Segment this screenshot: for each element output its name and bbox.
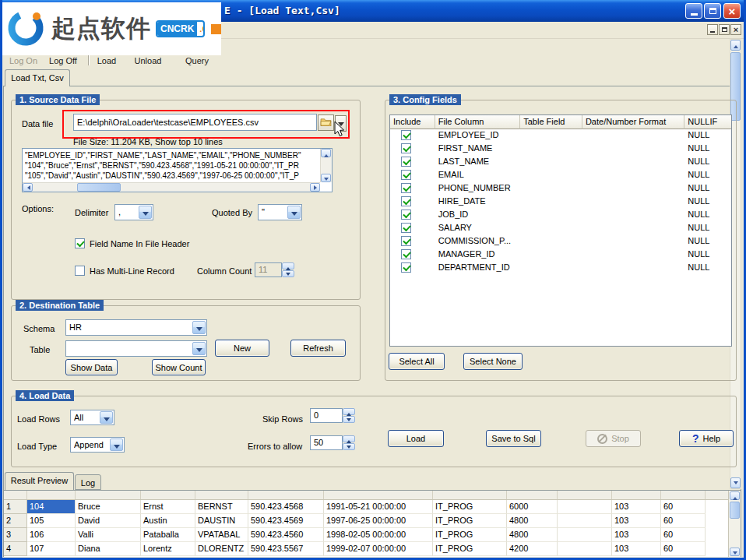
- nullif-cell[interactable]: NULL: [684, 235, 731, 248]
- grid-cell[interactable]: 103: [612, 542, 661, 556]
- column-header-nullif[interactable]: NULLIF: [684, 115, 731, 129]
- skip-rows-value[interactable]: 0: [310, 408, 343, 423]
- column-count-spinner[interactable]: 11: [255, 262, 294, 277]
- table-field-cell[interactable]: [520, 195, 582, 209]
- grid-cell[interactable]: 103: [612, 500, 661, 514]
- table-combo[interactable]: [65, 340, 207, 357]
- grid-cell[interactable]: 590.423.4569: [248, 514, 324, 528]
- grid-cell[interactable]: 106: [27, 528, 76, 542]
- scroll-down-button[interactable]: [730, 477, 741, 488]
- scroll-up-button[interactable]: [730, 491, 740, 500]
- scroll-down-button[interactable]: [730, 548, 740, 556]
- multiline-checkbox[interactable]: [75, 266, 85, 276]
- include-checkbox-cell[interactable]: [390, 169, 435, 182]
- grid-cell[interactable]: Ernst: [141, 500, 195, 514]
- table-field-cell[interactable]: [520, 235, 582, 248]
- include-checkbox-cell[interactable]: [390, 235, 435, 248]
- spin-down-button[interactable]: [282, 270, 294, 277]
- preview-horizontal-scrollbar[interactable]: [23, 182, 320, 192]
- include-checkbox[interactable]: [401, 170, 411, 180]
- tab-log[interactable]: Log: [75, 474, 101, 490]
- file-column-cell[interactable]: HIRE_DATE: [435, 195, 521, 209]
- nullif-cell[interactable]: NULL: [684, 262, 731, 275]
- format-cell[interactable]: [582, 235, 684, 248]
- include-checkbox-cell[interactable]: [390, 129, 435, 143]
- select-all-button[interactable]: Select All: [389, 353, 445, 370]
- row-number-cell[interactable]: 1: [4, 500, 27, 514]
- scroll-down-button[interactable]: [321, 174, 331, 182]
- spin-up-button[interactable]: [343, 435, 355, 442]
- scroll-right-button[interactable]: [310, 183, 320, 192]
- errors-to-allow-spinner[interactable]: 50: [310, 435, 355, 450]
- column-header-table-field[interactable]: Table Field: [520, 115, 582, 129]
- table-field-cell[interactable]: [520, 248, 582, 262]
- grid-cell[interactable]: 60: [661, 528, 706, 542]
- table-field-cell[interactable]: [520, 129, 582, 143]
- child-close-button[interactable]: [730, 24, 741, 35]
- column-header-file-column[interactable]: File Column: [435, 115, 521, 129]
- file-column-cell[interactable]: SALARY: [435, 222, 521, 235]
- include-checkbox[interactable]: [401, 249, 411, 259]
- table-field-cell[interactable]: [520, 143, 582, 156]
- grid-cell[interactable]: 590.423.4560: [248, 528, 324, 542]
- include-checkbox[interactable]: [401, 196, 411, 206]
- grid-cell[interactable]: 4200: [507, 542, 558, 556]
- nullif-cell[interactable]: NULL: [684, 129, 731, 143]
- table-field-cell[interactable]: [520, 182, 582, 195]
- table-field-cell[interactable]: [520, 169, 582, 182]
- scroll-left-button[interactable]: [23, 183, 33, 192]
- format-cell[interactable]: [582, 248, 684, 262]
- grid-cell[interactable]: 6000: [507, 500, 558, 514]
- child-restore-button[interactable]: [719, 24, 730, 35]
- spin-down-button[interactable]: [343, 443, 355, 450]
- select-none-button[interactable]: Select None: [463, 353, 523, 370]
- save-to-sql-button[interactable]: Save to Sql: [486, 430, 541, 447]
- chevron-down-icon[interactable]: [287, 206, 301, 219]
- nullif-cell[interactable]: NULL: [684, 222, 731, 235]
- grid-cell[interactable]: IT_PROG: [433, 542, 507, 556]
- grid-cell[interactable]: 103: [612, 528, 661, 542]
- grid-cell[interactable]: IT_PROG: [433, 500, 507, 514]
- include-checkbox-cell[interactable]: [390, 209, 435, 222]
- table-field-cell[interactable]: [520, 222, 582, 235]
- grid-cell[interactable]: VPATABAL: [195, 528, 248, 542]
- file-column-cell[interactable]: EMPLOYEE_ID: [435, 129, 521, 143]
- include-checkbox[interactable]: [401, 210, 411, 220]
- quoted-by-combo[interactable]: ": [258, 204, 302, 220]
- format-cell[interactable]: [582, 129, 684, 143]
- include-checkbox-cell[interactable]: [390, 143, 435, 156]
- format-cell[interactable]: [582, 262, 684, 275]
- field-name-checkbox[interactable]: [75, 238, 85, 248]
- schema-combo[interactable]: HR: [65, 319, 207, 336]
- row-number-cell[interactable]: 2: [4, 514, 27, 528]
- row-number-cell[interactable]: 4: [4, 542, 27, 556]
- scroll-up-button[interactable]: [321, 149, 331, 157]
- grid-cell[interactable]: 60: [661, 542, 706, 556]
- grid-cell[interactable]: [558, 500, 612, 514]
- grid-cell[interactable]: DAUSTIN: [195, 514, 248, 528]
- include-checkbox-cell[interactable]: [390, 262, 435, 275]
- help-button[interactable]: Help: [679, 430, 734, 447]
- include-checkbox[interactable]: [401, 262, 411, 273]
- minimize-button[interactable]: [685, 3, 702, 19]
- table-field-cell[interactable]: [520, 262, 582, 275]
- grid-cell[interactable]: 60: [661, 514, 706, 528]
- grid-cell[interactable]: Diana: [76, 542, 141, 556]
- include-checkbox[interactable]: [401, 183, 411, 193]
- spin-up-button[interactable]: [343, 408, 355, 415]
- file-column-cell[interactable]: EMAIL: [435, 169, 521, 182]
- include-checkbox-cell[interactable]: [390, 195, 435, 209]
- grid-cell[interactable]: 4800: [507, 514, 558, 528]
- load-rows-combo[interactable]: All: [70, 410, 114, 425]
- format-cell[interactable]: [582, 195, 684, 209]
- file-column-cell[interactable]: DEPARTMENT_ID: [435, 262, 521, 275]
- file-column-cell[interactable]: COMMISSION_P...: [435, 235, 521, 248]
- format-cell[interactable]: [582, 222, 684, 235]
- file-column-cell[interactable]: MANAGER_ID: [435, 248, 521, 262]
- scroll-thumb[interactable]: [77, 183, 121, 192]
- grid-cell[interactable]: 1991-05-21 00:00:00: [324, 500, 433, 514]
- grid-cell[interactable]: 1997-06-25 00:00:00: [324, 514, 433, 528]
- nullif-cell[interactable]: NULL: [684, 143, 731, 156]
- skip-rows-spinner[interactable]: 0: [310, 408, 355, 423]
- delimiter-combo[interactable]: ,: [114, 204, 153, 220]
